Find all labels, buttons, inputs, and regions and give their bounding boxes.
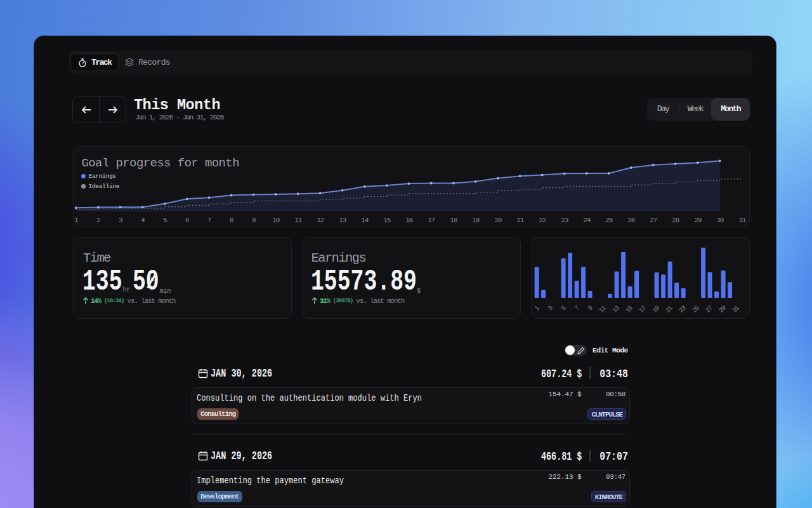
svg-text:17: 17 <box>638 304 648 314</box>
svg-text:15: 15 <box>624 304 634 314</box>
svg-text:3: 3 <box>119 217 122 224</box>
svg-text:9: 9 <box>587 304 594 312</box>
svg-text:18: 18 <box>450 217 457 224</box>
svg-text:31: 31 <box>738 217 746 224</box>
svg-text:29: 29 <box>694 217 701 224</box>
svg-text:11: 11 <box>294 217 302 224</box>
svg-text:10: 10 <box>272 217 279 224</box>
svg-text:21: 21 <box>664 304 674 314</box>
svg-text:19: 19 <box>651 304 661 314</box>
svg-text:1: 1 <box>74 217 79 224</box>
svg-text:30: 30 <box>716 217 723 224</box>
svg-text:13: 13 <box>611 304 621 314</box>
svg-text:22: 22 <box>539 217 546 224</box>
svg-text:1: 1 <box>534 304 541 312</box>
svg-text:27: 27 <box>650 217 657 224</box>
svg-text:5: 5 <box>560 304 568 312</box>
svg-text:23: 23 <box>678 304 688 314</box>
svg-text:8: 8 <box>230 217 233 224</box>
svg-text:21: 21 <box>516 217 524 224</box>
svg-text:14: 14 <box>361 217 369 224</box>
svg-text:15: 15 <box>383 217 390 224</box>
svg-text:29: 29 <box>717 304 728 314</box>
svg-text:24: 24 <box>583 217 591 224</box>
svg-text:12: 12 <box>317 217 324 224</box>
svg-text:11: 11 <box>598 304 608 314</box>
svg-text:13: 13 <box>339 217 346 224</box>
svg-text:31: 31 <box>731 304 741 314</box>
svg-text:20: 20 <box>494 217 501 224</box>
svg-text:3: 3 <box>547 304 554 312</box>
svg-text:23: 23 <box>561 217 568 224</box>
svg-text:26: 26 <box>627 217 634 224</box>
svg-text:28: 28 <box>672 217 679 224</box>
svg-text:17: 17 <box>428 217 435 224</box>
svg-text:5: 5 <box>163 217 167 224</box>
svg-text:19: 19 <box>472 217 479 224</box>
svg-text:16: 16 <box>405 217 412 224</box>
svg-text:4: 4 <box>141 217 145 224</box>
svg-text:25: 25 <box>605 217 612 224</box>
svg-text:25: 25 <box>691 304 701 314</box>
svg-text:7: 7 <box>207 217 211 224</box>
svg-text:27: 27 <box>704 304 714 314</box>
svg-text:2: 2 <box>96 217 100 224</box>
svg-text:9: 9 <box>252 217 256 224</box>
svg-text:6: 6 <box>185 217 189 224</box>
svg-text:7: 7 <box>573 304 581 312</box>
